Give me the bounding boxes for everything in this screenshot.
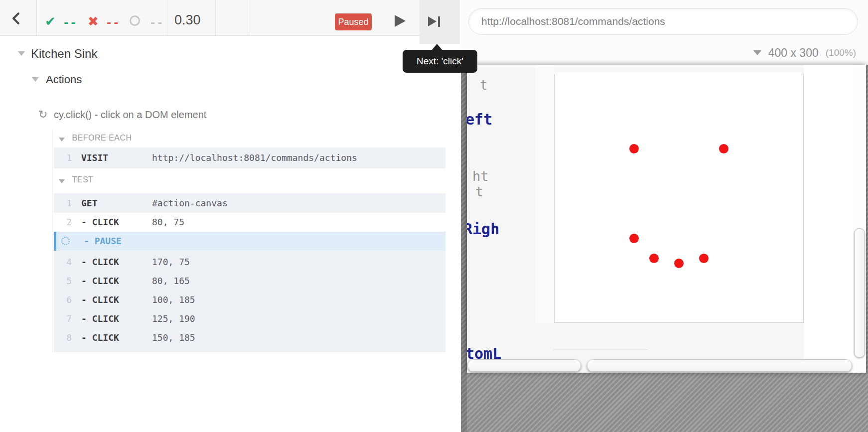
next-command-tooltip: Next: 'click' bbox=[403, 50, 477, 73]
hook-guide-line bbox=[52, 131, 52, 352]
before-each-label: BEFORE EACH bbox=[72, 134, 132, 142]
command-name: - CLICK bbox=[81, 309, 119, 328]
reporter-pane: ✔ -- ✖ -- -- 0.30 Paused Next: 'click' K… bbox=[0, 0, 461, 432]
aut-text-fragment: t bbox=[480, 78, 488, 93]
command-row[interactable]: 7- CLICK125, 190 bbox=[54, 309, 445, 328]
command-name: - CLICK bbox=[81, 213, 119, 232]
pending-count: -- bbox=[149, 16, 164, 29]
subsuite-title[interactable]: Actions bbox=[46, 73, 82, 86]
aut-page-background bbox=[536, 65, 554, 323]
command-row[interactable]: 1VISIThttp://localhost:8081/commands/act… bbox=[54, 147, 445, 168]
command-name: VISIT bbox=[81, 147, 108, 168]
chevron-down-icon[interactable] bbox=[32, 77, 39, 82]
command-group: 4- CLICK170, 755- CLICK80, 1656- CLICK10… bbox=[54, 251, 445, 352]
test-title[interactable]: cy.click() - click on a DOM element bbox=[54, 109, 206, 121]
viewport-selector[interactable]: 400 x 300 (100%) bbox=[753, 45, 856, 61]
failed-x-icon: ✖ bbox=[88, 15, 99, 28]
aut-text-fragment: ht bbox=[472, 168, 489, 184]
command-name: - CLICK bbox=[81, 290, 119, 309]
command-row[interactable]: 5- CLICK80, 165 bbox=[54, 272, 445, 290]
click-dot bbox=[699, 254, 709, 263]
aut-text-fragment: eft bbox=[467, 111, 492, 128]
click-dot bbox=[719, 144, 728, 153]
command-row[interactable]: 8- CLICK150, 185 bbox=[54, 328, 445, 347]
action-canvas[interactable] bbox=[554, 74, 804, 323]
viewport-size-label: 400 x 300 bbox=[768, 46, 819, 60]
command-name: - PAUSE bbox=[84, 232, 122, 251]
viewport-zoom-label: (100%) bbox=[826, 47, 856, 58]
command-row[interactable]: 1GET#action-canvas bbox=[54, 193, 445, 213]
chevron-down-icon bbox=[753, 50, 761, 55]
paused-badge: Paused bbox=[335, 13, 372, 30]
command-message: 170, 75 bbox=[152, 253, 190, 272]
chevron-down-icon[interactable] bbox=[18, 51, 25, 56]
horizontal-scrollbar-thumb[interactable] bbox=[587, 359, 852, 372]
command-number: 6 bbox=[55, 290, 72, 309]
step-next-button[interactable] bbox=[420, 0, 460, 44]
aut-header: http://localhost:8081/commands/actions 4… bbox=[461, 0, 868, 65]
pending-circle-icon bbox=[130, 15, 140, 26]
click-dot bbox=[629, 144, 639, 153]
passed-check-icon: ✔ bbox=[45, 15, 56, 28]
command-message: 80, 165 bbox=[152, 272, 190, 290]
command-message: 125, 190 bbox=[152, 309, 195, 328]
suite-title[interactable]: Kitchen Sink bbox=[31, 47, 97, 61]
aut-iframe: tefthttRightomL bbox=[467, 65, 866, 373]
reporter-toolbar: ✔ -- ✖ -- -- 0.30 Paused bbox=[0, 0, 420, 36]
toolbar-divider bbox=[36, 0, 37, 35]
aut-text-fragment: t bbox=[475, 184, 483, 199]
command-number: 7 bbox=[55, 309, 72, 328]
iframe-edge-shade bbox=[461, 65, 467, 432]
command-message: http://localhost:8081/commands/actions bbox=[152, 147, 357, 168]
before-each-command-list: 1VISIThttp://localhost:8081/commands/act… bbox=[54, 147, 445, 168]
aut-stage: tefthttRightomL bbox=[461, 65, 868, 432]
test-timer: 0.30 bbox=[174, 12, 201, 28]
triangle-down-icon bbox=[59, 179, 65, 183]
pause-spinner-icon bbox=[61, 237, 70, 245]
aut-page-background bbox=[804, 65, 853, 373]
command-number: 1 bbox=[55, 147, 72, 168]
command-name: - CLICK bbox=[81, 253, 119, 272]
command-number: 1 bbox=[55, 193, 72, 213]
passed-count: -- bbox=[63, 16, 77, 29]
command-row[interactable]: 4- CLICK170, 75 bbox=[54, 253, 445, 272]
cypress-test-runner: ✔ -- ✖ -- -- 0.30 Paused Next: 'click' K… bbox=[0, 0, 868, 432]
horizontal-scrollbar-segment[interactable] bbox=[467, 359, 581, 372]
command-message: 100, 185 bbox=[152, 290, 195, 309]
test-command-list: 1GET#action-canvas2- CLICK80, 75- PAUSE4… bbox=[54, 193, 445, 352]
command-number: 4 bbox=[55, 253, 72, 272]
command-name: GET bbox=[81, 193, 98, 213]
step-forward-icon bbox=[428, 16, 440, 27]
test-hook-label: TEST bbox=[72, 175, 93, 184]
command-row[interactable]: 6- CLICK100, 185 bbox=[54, 290, 445, 309]
running-test-icon: ↻ bbox=[38, 108, 47, 121]
resume-play-button[interactable] bbox=[395, 15, 406, 27]
click-dot bbox=[629, 234, 639, 243]
triangle-down-icon bbox=[59, 138, 65, 142]
command-name: - CLICK bbox=[81, 328, 119, 347]
command-row[interactable]: 2- CLICK80, 75 bbox=[54, 213, 445, 232]
command-row[interactable]: - PAUSE bbox=[54, 232, 445, 251]
aut-text-fragment: Righ bbox=[467, 220, 499, 238]
toolbar-divider bbox=[248, 0, 248, 35]
test-hook-header[interactable]: TEST bbox=[59, 175, 93, 185]
click-dot bbox=[674, 259, 684, 268]
toolbar-divider bbox=[167, 0, 167, 35]
command-message: 150, 185 bbox=[152, 328, 195, 347]
failed-count: -- bbox=[106, 16, 120, 29]
click-dot bbox=[649, 254, 659, 263]
aut-url-bar[interactable]: http://localhost:8081/commands/actions bbox=[468, 8, 858, 35]
vertical-scrollbar-thumb[interactable] bbox=[854, 228, 865, 358]
back-arrow-icon[interactable] bbox=[9, 11, 24, 26]
command-number: 2 bbox=[55, 213, 72, 232]
command-message: 80, 75 bbox=[152, 213, 184, 232]
command-name: - CLICK bbox=[81, 272, 119, 290]
command-number: 5 bbox=[55, 272, 72, 290]
command-number: 8 bbox=[55, 328, 72, 347]
before-each-header[interactable]: BEFORE EACH bbox=[59, 134, 132, 144]
command-message: #action-canvas bbox=[152, 193, 228, 213]
aut-section-divider bbox=[553, 349, 648, 350]
toolbar-divider bbox=[215, 0, 216, 35]
